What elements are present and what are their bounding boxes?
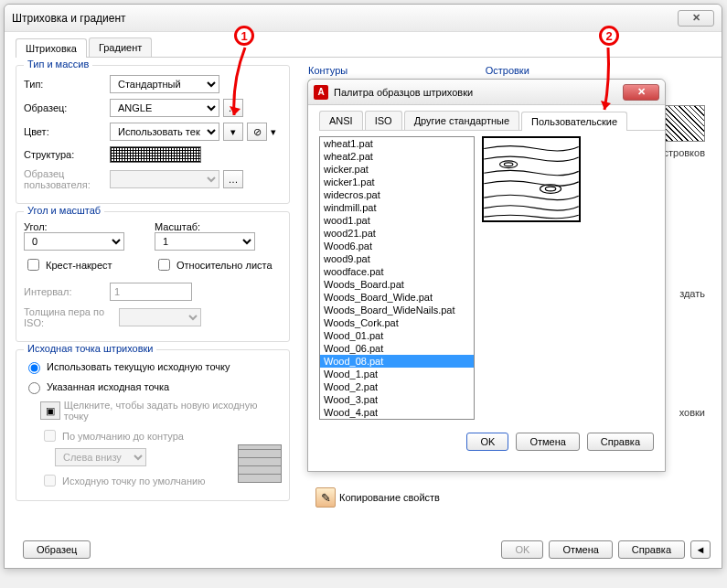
list-item[interactable]: Woods_Board_WideNails.pat xyxy=(320,304,474,316)
iso-label: Толщина пера по ISO: xyxy=(24,306,115,328)
specified-origin-radio[interactable] xyxy=(28,382,40,394)
default-origin-label: Исходную точку по умолчанию xyxy=(62,476,205,486)
callout-2: 2 xyxy=(599,26,619,46)
specified-origin-label: Указанная исходная точка xyxy=(47,381,169,392)
list-item[interactable]: Wood_08.pat xyxy=(320,355,474,368)
click-new-label: Щелкните, чтобы задать новую исходную то… xyxy=(64,400,282,422)
color-label: Цвет: xyxy=(24,126,106,137)
group-origin-title: Исходная точка штриховки xyxy=(24,343,156,354)
callout-1: 1 xyxy=(234,26,254,46)
list-item[interactable]: Woods_Board.pat xyxy=(320,278,474,291)
tab-gradient[interactable]: Градиент xyxy=(89,37,152,57)
main-title: Штриховка и градиент xyxy=(12,12,678,25)
main-ok-button: OK xyxy=(501,540,543,559)
list-item[interactable]: Wood_4.pat xyxy=(320,406,474,419)
use-current-origin-label: Использовать текущую исходную точку xyxy=(47,361,230,372)
autocad-icon: A xyxy=(314,85,328,100)
interval-input xyxy=(110,283,192,301)
islands-title: Островки xyxy=(486,65,600,76)
sample-button[interactable]: Образец xyxy=(23,540,91,559)
list-item[interactable]: Wood6.pat xyxy=(320,240,474,252)
palette-tab-other[interactable]: Другие стандартные xyxy=(404,111,519,130)
default-contour-label: По умолчанию до контура xyxy=(62,431,184,442)
list-item[interactable]: Wood_2.pat xyxy=(320,380,474,393)
default-origin-checkbox xyxy=(44,475,56,486)
pattern-preview-wood xyxy=(482,136,581,222)
group-origin: Исходная точка штриховки Использовать те… xyxy=(16,349,290,501)
contours-title: Контуры xyxy=(308,65,449,76)
pattern-label: Образец: xyxy=(24,102,106,113)
color-swatch-button[interactable]: ▾ xyxy=(223,123,243,141)
type-label: Тип: xyxy=(24,79,106,90)
list-item[interactable]: wood1.pat xyxy=(320,214,474,227)
main-help-button[interactable]: Справка xyxy=(618,540,685,559)
palette-tab-ansi[interactable]: ANSI xyxy=(319,111,363,130)
user-pattern-browse[interactable]: … xyxy=(223,170,243,188)
iso-select xyxy=(119,308,201,326)
main-close-icon[interactable]: ✕ xyxy=(678,10,714,27)
angle-label: Угол: xyxy=(24,221,151,232)
palette-tab-iso[interactable]: ISO xyxy=(365,111,402,130)
group-type-title: Тип и массив xyxy=(24,59,92,69)
group-angle-title: Угол и масштаб xyxy=(24,205,104,216)
list-item[interactable]: wicker.pat xyxy=(320,163,474,176)
hatch-fragment: ховки xyxy=(679,407,705,418)
list-item[interactable]: wood21.pat xyxy=(320,227,474,240)
structure-preview[interactable] xyxy=(110,146,201,163)
list-item[interactable]: Wood_5.pat xyxy=(320,419,474,420)
palette-ok-button[interactable]: OK xyxy=(466,433,508,451)
list-item[interactable]: Wood_01.pat xyxy=(320,329,474,342)
scale-label: Масштаб: xyxy=(155,221,282,232)
pattern-select[interactable]: ANGLE xyxy=(110,99,219,117)
pattern-listbox[interactable]: wheat1.patwheat2.patwicker.patwicker1.pa… xyxy=(319,136,475,420)
palette-title: Палитра образцов штриховки xyxy=(334,87,623,98)
palette-help-button[interactable]: Справка xyxy=(587,433,654,451)
angle-select[interactable]: 0 xyxy=(24,232,124,251)
list-item[interactable]: wicker1.pat xyxy=(320,176,474,188)
user-pattern-select xyxy=(110,170,219,188)
list-item[interactable]: woodface.pat xyxy=(320,265,474,278)
color-select[interactable]: Использовать теку xyxy=(110,123,219,141)
type-select[interactable]: Стандартный xyxy=(110,75,219,93)
list-item[interactable]: Wood_1.pat xyxy=(320,368,474,380)
list-item[interactable]: wheat1.pat xyxy=(320,137,474,150)
cross-label: Крест-накрест xyxy=(46,260,112,271)
list-item[interactable]: wheat2.pat xyxy=(320,150,474,163)
cross-checkbox[interactable] xyxy=(27,259,39,271)
list-item[interactable]: Woods_Board_Wide.pat xyxy=(320,291,474,304)
list-item[interactable]: widecros.pat xyxy=(320,188,474,201)
default-contour-checkbox xyxy=(44,430,56,442)
palette-cancel-button[interactable]: Отмена xyxy=(516,433,579,451)
list-item[interactable]: Wood_06.pat xyxy=(320,342,474,355)
palette-close-button[interactable]: ✕ xyxy=(623,84,659,101)
list-item[interactable]: Wood_3.pat xyxy=(320,393,474,406)
tab-hatch[interactable]: Штриховка xyxy=(16,38,87,58)
relative-label: Относительно листа xyxy=(176,260,273,271)
use-current-origin-radio[interactable] xyxy=(28,362,40,374)
list-item[interactable]: wood9.pat xyxy=(320,252,474,265)
pattern-palette-dialog: A Палитра образцов штриховки ✕ ANSI ISO … xyxy=(307,79,666,472)
copy-props-label: Копирование свойств xyxy=(339,492,440,503)
scale-select[interactable]: 1 xyxy=(155,232,255,251)
arrow-1 xyxy=(223,44,260,124)
interval-label: Интервал: xyxy=(24,286,106,297)
relative-checkbox[interactable] xyxy=(158,259,170,271)
origin-preview xyxy=(238,444,282,483)
user-pattern-label: Образец пользователя: xyxy=(24,168,106,190)
arrow-2 xyxy=(592,44,619,117)
origin-corner-select: Слева внизу xyxy=(55,448,146,466)
color-none-button[interactable]: ⊘ xyxy=(247,123,267,141)
list-item[interactable]: Woods_Cork.pat xyxy=(320,316,474,329)
group-angle-scale: Угол и масштаб Угол: 0 Масштаб: 1 Крест-… xyxy=(16,211,290,342)
create-fragment: здать xyxy=(679,288,705,299)
pick-origin-button: ▣ xyxy=(40,401,60,420)
eyedropper-icon[interactable]: ✎ xyxy=(315,487,336,508)
list-item[interactable]: windmill.pat xyxy=(320,201,474,214)
expand-button[interactable]: ◄ xyxy=(690,540,711,559)
structure-label: Структура: xyxy=(24,149,106,160)
main-cancel-button[interactable]: Отмена xyxy=(549,540,612,559)
